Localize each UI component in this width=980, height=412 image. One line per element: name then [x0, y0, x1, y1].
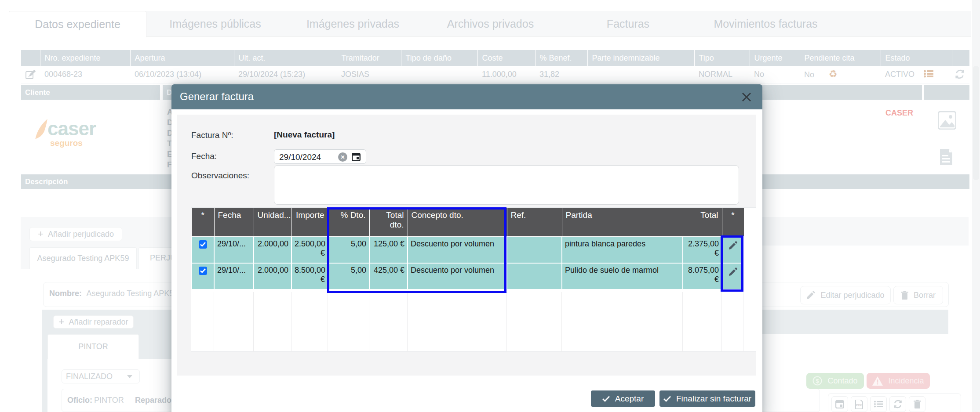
- col-benef[interactable]: % Benef.: [535, 50, 587, 66]
- col-edit: [21, 50, 40, 66]
- col-ult-act[interactable]: Ult. act.: [234, 50, 337, 66]
- expedientes-grid: Nro. expediente Apertura Ult. act. Trami…: [21, 50, 970, 83]
- highlight-box-edit-column: [721, 235, 743, 292]
- caser-logo-subtext: seguros: [50, 138, 83, 148]
- refresh-icon: [893, 400, 903, 408]
- generar-factura-dialog: Generar factura Factura Nº: [Nueva factu…: [171, 84, 762, 412]
- svg-text:$: $: [816, 378, 820, 384]
- tab-imagenes-publicas[interactable]: Imágenes públicas: [146, 11, 284, 37]
- tab-pintor[interactable]: PINTOR: [47, 334, 139, 359]
- cell-total: 8.075,00€: [683, 263, 722, 289]
- pdf-icon: PDF: [855, 400, 863, 409]
- document-icon[interactable]: [939, 149, 953, 165]
- list-icon: [874, 401, 883, 408]
- cell-tipo-dano: [401, 66, 477, 83]
- plus-icon: +: [38, 228, 44, 240]
- edit-icon[interactable]: [26, 70, 36, 79]
- contado-button[interactable]: $ Contado: [806, 373, 864, 389]
- expediente-row[interactable]: 000468-23 06/10/2023 (13:04) 29/10/2024 …: [21, 66, 969, 83]
- cell-partida: pintura blanca paredes: [562, 237, 683, 263]
- col-apertura[interactable]: Apertura: [130, 50, 234, 66]
- add-reparador-button[interactable]: + Añadir reparador: [53, 315, 134, 329]
- cell-tipo: NORMAL: [694, 66, 750, 83]
- cell-parte-indemnizable: [587, 66, 694, 83]
- tab-datos-expediente[interactable]: Datos expediente: [9, 11, 146, 37]
- cell-partida: Pulido de suelo de marmol: [562, 263, 683, 289]
- col-pendiente-cita[interactable]: Pendiente cita: [800, 50, 881, 66]
- cell-ref: [507, 237, 562, 263]
- cell-unidades: 2.000,00: [254, 237, 291, 263]
- col-coste[interactable]: Coste: [477, 50, 535, 66]
- tab-imagenes-privadas[interactable]: Imágenes privadas: [284, 11, 422, 37]
- calendar-icon[interactable]: [352, 152, 361, 161]
- list-icon[interactable]: [924, 70, 933, 78]
- cell-nro-expediente: 000468-23: [40, 66, 130, 83]
- cliente-panel-body: caser seguros: [21, 100, 160, 174]
- col-select: *: [192, 208, 214, 237]
- calendar-action-button[interactable]: [831, 396, 848, 412]
- application-window: Datos expediente Imágenes públicas Imáge…: [0, 0, 980, 412]
- dialog-title: Generar factura: [180, 90, 254, 103]
- plus-icon: +: [59, 316, 65, 328]
- cell-coste: 11.000,00: [477, 66, 535, 83]
- tab-facturas[interactable]: Facturas: [559, 11, 697, 37]
- fecha-label: Fecha:: [191, 152, 217, 161]
- col-importe[interactable]: Importe: [291, 208, 328, 237]
- page-scrollbar[interactable]: [972, 0, 980, 412]
- pdf-action-button[interactable]: PDF: [851, 396, 867, 412]
- row-checkbox[interactable]: [199, 267, 207, 275]
- trash-icon: [914, 400, 921, 408]
- refresh-action-button[interactable]: [889, 396, 906, 412]
- col-estado[interactable]: Estado: [881, 50, 952, 66]
- factura-value: [Nueva factura]: [274, 130, 335, 140]
- observaciones-textarea[interactable]: [274, 165, 739, 205]
- caser-logo: caser seguros: [35, 117, 132, 166]
- cliente-panel-header: Cliente: [21, 85, 160, 100]
- edit-expediente-cell[interactable]: [21, 66, 40, 83]
- cell-pendiente-cita: No ♻: [800, 66, 881, 83]
- dialog-header[interactable]: Generar factura: [171, 84, 762, 109]
- incidencia-button[interactable]: Incidencia: [867, 373, 930, 389]
- col-parte-indemnizable[interactable]: Parte indemnizable: [587, 50, 694, 66]
- col-partida[interactable]: Partida: [562, 208, 683, 237]
- add-perjudicado-button[interactable]: + Añadir perjudicado: [29, 227, 122, 241]
- aceptar-button[interactable]: Aceptar: [591, 390, 655, 407]
- borrar-button[interactable]: Borrar: [893, 286, 943, 304]
- tab-asegurado[interactable]: Asegurado Testing APK59: [29, 247, 137, 269]
- refresh-icon[interactable]: [954, 69, 967, 79]
- check-icon: [663, 396, 671, 402]
- chevron-down-icon: [127, 375, 132, 378]
- col-nro-expediente[interactable]: Nro. expediente: [40, 50, 130, 66]
- cell-urgente: No: [750, 66, 800, 83]
- close-icon[interactable]: [741, 92, 752, 102]
- cell-estado: ACTIVO: [881, 66, 952, 83]
- image-placeholder-icon[interactable]: [938, 111, 956, 130]
- trash-action-button[interactable]: [909, 396, 925, 412]
- col-fecha[interactable]: Fecha: [214, 208, 254, 237]
- col-unidades[interactable]: Unidad...: [254, 208, 291, 237]
- tab-archivos-privados[interactable]: Archivos privados: [422, 11, 559, 37]
- col-actions: [952, 50, 969, 66]
- clear-date-icon[interactable]: ✕: [338, 152, 347, 162]
- col-ref[interactable]: Ref.: [507, 208, 562, 237]
- acciones-panel-header: [924, 85, 969, 100]
- col-tipo[interactable]: Tipo: [694, 50, 750, 66]
- recycle-icon[interactable]: ♻: [829, 69, 838, 80]
- page-scrollbar-thumb[interactable]: [973, 66, 979, 180]
- col-tramitador[interactable]: Tramitador: [337, 50, 401, 66]
- check-icon: [602, 396, 610, 402]
- list-action-button[interactable]: [870, 396, 887, 412]
- col-total[interactable]: Total: [683, 208, 722, 237]
- estado-reparacion-select[interactable]: FINALIZADO: [62, 369, 140, 383]
- tab-movimientos-facturas[interactable]: Movimientos facturas: [697, 11, 834, 37]
- cell-unidades: 2.000,00: [254, 263, 291, 289]
- editar-perjudicado-button[interactable]: Editar perjudicado: [800, 286, 891, 304]
- row-checkbox[interactable]: [199, 240, 207, 249]
- col-tipo-dano[interactable]: Tipo de daño: [401, 50, 477, 66]
- refresh-expediente-cell[interactable]: [952, 66, 969, 83]
- fecha-input[interactable]: 29/10/2024 ✕: [274, 149, 366, 164]
- finalizar-sin-facturar-button[interactable]: Finalizar sin facturar: [659, 390, 755, 407]
- caser-logo-text: caser: [47, 118, 96, 140]
- col-urgente[interactable]: Urgente: [750, 50, 800, 66]
- cell-fecha: 29/10/...: [214, 263, 254, 289]
